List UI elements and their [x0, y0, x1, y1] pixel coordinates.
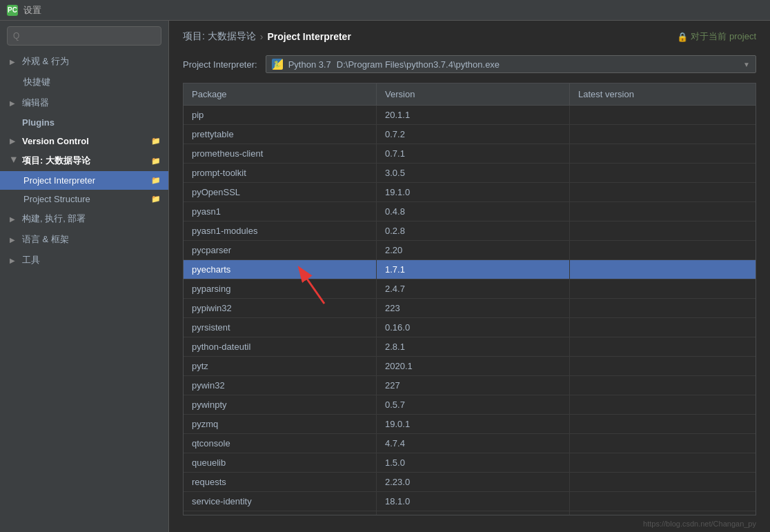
table-row[interactable]: pypiwin32223	[184, 299, 756, 318]
sidebar-item-label: 构建, 执行, 部署	[22, 213, 86, 225]
table-row[interactable]: pywinpty0.5.7	[184, 395, 756, 415]
about-project[interactable]: 🔒 对于当前 project	[677, 30, 756, 43]
cell-version: 19.1.0	[377, 183, 570, 201]
cell-version: 1.7.1	[377, 260, 570, 279]
search-icon: Q	[13, 31, 19, 41]
cell-package: pyrsistent	[184, 318, 377, 337]
sidebar-item-tools[interactable]: ▶ 工具	[0, 250, 168, 270]
cell-latest	[570, 299, 756, 317]
sidebar-item-build[interactable]: ▶ 构建, 执行, 部署	[0, 208, 168, 229]
sidebar-item-editor[interactable]: ▶ 编辑器	[0, 92, 168, 113]
footer: https://blog.csdn.net/Changan_py	[169, 515, 770, 532]
table-row[interactable]: pyecharts1.7.1	[184, 260, 756, 279]
cell-package: pyOpenSSL	[184, 183, 377, 201]
sidebar-item-versioncontrol[interactable]: ▶ Version Control 📁	[0, 132, 168, 150]
arrow-icon: ▶	[10, 215, 18, 223]
cell-version: 20.1.1	[377, 106, 570, 124]
cell-version: 0.4.8	[377, 202, 570, 221]
sidebar-item-label: 外观 & 行为	[22, 55, 69, 68]
cell-package: pyparsing	[184, 279, 377, 298]
cell-version: 4.7.4	[377, 434, 570, 453]
sidebar-item-label: Version Control	[22, 136, 89, 146]
table-row[interactable]: prompt-toolkit3.0.5	[184, 164, 756, 183]
cell-version: 2.4.7	[377, 279, 570, 298]
cell-version: 1.5.0	[377, 453, 570, 472]
cell-package: pyecharts	[184, 260, 377, 279]
interpreter-path: D:\Program Files\python3.7.4\python.exe	[337, 59, 500, 70]
table-row[interactable]: pyOpenSSL19.1.0	[184, 183, 756, 202]
table-row[interactable]: pyrsistent0.16.0	[184, 318, 756, 337]
cell-version: 2020.1	[377, 357, 570, 375]
table-row[interactable]: queuelib1.5.0	[184, 453, 756, 473]
cell-package: pyasn1-modules	[184, 221, 377, 240]
sidebar-item-project[interactable]: ▶ 项目: 大数据导论 📁	[0, 150, 168, 171]
arrow-icon: ▶	[10, 99, 18, 107]
table-body[interactable]: pip20.1.1prettytable0.7.2prometheus-clie…	[184, 106, 756, 515]
sidebar-item-language[interactable]: ▶ 语言 & 框架	[0, 229, 168, 250]
arrow-icon: ▶	[10, 236, 18, 244]
folder-icon: 📁	[150, 137, 161, 146]
cell-package: pip	[184, 106, 377, 124]
table-row[interactable]: pyparsing2.4.7	[184, 279, 756, 299]
interpreter-row: Project Interpreter: 🐍 Python 3.7 D:\Pro…	[169, 50, 770, 83]
app-icon: PC	[7, 5, 18, 16]
sidebar-item-label: Project Structure	[23, 194, 90, 204]
cell-latest	[570, 337, 756, 356]
title-bar: PC 设置	[0, 0, 770, 21]
sidebar-item-label: Project Interpreter	[23, 175, 95, 186]
search-input[interactable]	[23, 31, 155, 41]
table-row[interactable]: requests2.23.0	[184, 473, 756, 492]
table-row[interactable]: pytz2020.1	[184, 357, 756, 376]
cell-latest	[570, 318, 756, 337]
table-row[interactable]: qtconsole4.7.4	[184, 434, 756, 453]
cell-latest	[570, 106, 756, 124]
cell-version: 2.20	[377, 241, 570, 259]
sidebar-item-appearance[interactable]: ▶ 外观 & 行为	[0, 51, 168, 72]
cell-package: pytz	[184, 357, 377, 375]
table-row[interactable]: pycparser2.20	[184, 241, 756, 260]
table-row[interactable]: pyasn10.4.8	[184, 202, 756, 221]
sidebar-item-plugins[interactable]: ▶ Plugins	[0, 113, 168, 132]
cell-latest	[570, 164, 756, 182]
table-row[interactable]: prettytable0.7.2	[184, 125, 756, 144]
cell-latest	[570, 260, 756, 279]
cell-package: pywinpty	[184, 395, 377, 414]
interpreter-select[interactable]: 🐍 Python 3.7 D:\Program Files\python3.7.…	[266, 55, 756, 73]
interpreter-label: Project Interpreter:	[183, 59, 257, 70]
sidebar-item-keymap[interactable]: 快捷键	[0, 72, 168, 92]
breadcrumb: 项目: 大数据导论 › Project Interpreter	[183, 30, 351, 43]
table-row[interactable]: prometheus-client0.7.1	[184, 144, 756, 164]
folder-icon: 📁	[150, 176, 161, 185]
sidebar-item-label: 项目: 大数据导论	[22, 155, 90, 167]
sidebar-item-projectstructure[interactable]: Project Structure 📁	[0, 190, 168, 208]
table-row[interactable]: python-dateutil2.8.1	[184, 337, 756, 357]
table-row[interactable]: pywin32227	[184, 376, 756, 395]
sidebar-item-label: 工具	[22, 254, 40, 266]
cell-latest	[570, 434, 756, 453]
sidebar-item-label: 编辑器	[22, 97, 49, 109]
title-bar-text: 设置	[23, 4, 41, 17]
sidebar-section: ▶ 外观 & 行为 快捷键 ▶ 编辑器 ▶ Plugins ▶ Version …	[0, 51, 168, 270]
table-row[interactable]: pyasn1-modules0.2.8	[184, 221, 756, 241]
cell-package: prometheus-client	[184, 144, 377, 163]
search-box[interactable]: Q	[7, 26, 161, 46]
cell-package: pyasn1	[184, 202, 377, 221]
table-row[interactable]: pip20.1.1	[184, 106, 756, 125]
cell-latest	[570, 376, 756, 395]
python-icon: 🐍	[272, 59, 283, 70]
cell-version: 40.8.0	[377, 511, 570, 515]
cell-latest	[570, 453, 756, 472]
table-row[interactable]: setuptools40.8.0	[184, 511, 756, 515]
table-row[interactable]: pyzmq19.0.1	[184, 415, 756, 434]
breadcrumb-parent: 项目: 大数据导论	[183, 30, 256, 43]
cell-package: service-identity	[184, 492, 377, 511]
cell-package: queuelib	[184, 453, 377, 472]
sidebar-item-projectinterpreter[interactable]: Project Interpreter 📁	[0, 171, 168, 190]
cell-latest	[570, 202, 756, 221]
column-latest: Latest version	[570, 83, 756, 105]
table-row[interactable]: service-identity18.1.0	[184, 492, 756, 511]
cell-latest	[570, 473, 756, 491]
cell-version: 227	[377, 376, 570, 395]
cell-version: 0.7.1	[377, 144, 570, 163]
sidebar-item-label: Plugins	[22, 117, 55, 128]
